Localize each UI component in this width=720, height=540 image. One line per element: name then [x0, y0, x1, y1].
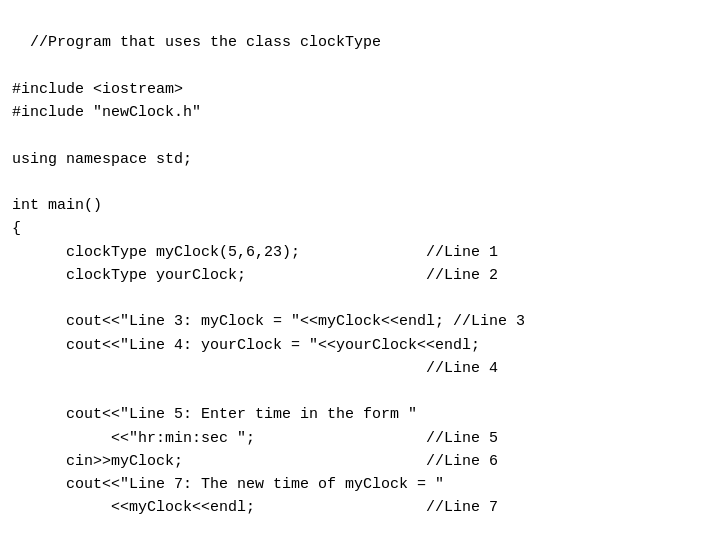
code-line-13: cout<<"Line 3: myClock = "<<myClock<<end…: [12, 313, 525, 330]
code-line-11: clockType yourClock; //Line 2: [12, 267, 498, 284]
code-line-9: {: [12, 220, 21, 237]
code-line-14: cout<<"Line 4: yourClock = "<<yourClock<…: [12, 337, 480, 354]
code-line-18: <<"hr:min:sec "; //Line 5: [12, 430, 498, 447]
code-line-15: //Line 4: [12, 360, 498, 377]
code-line-3: #include <iostream>: [12, 81, 183, 98]
code-line-10: clockType myClock(5,6,23); //Line 1: [12, 244, 498, 261]
code-line-20: cout<<"Line 7: The new time of myClock =…: [12, 476, 444, 493]
code-line-4: #include "newClock.h": [12, 104, 201, 121]
code-line-8: int main(): [12, 197, 102, 214]
code-line-17: cout<<"Line 5: Enter time in the form ": [12, 406, 417, 423]
code-display: //Program that uses the class clockType …: [12, 8, 708, 540]
code-line-21: <<myClock<<endl; //Line 7: [12, 499, 498, 516]
code-line-6: using namespace std;: [12, 151, 192, 168]
code-line-19: cin>>myClock; //Line 6: [12, 453, 498, 470]
code-line-1: //Program that uses the class clockType: [30, 34, 381, 51]
